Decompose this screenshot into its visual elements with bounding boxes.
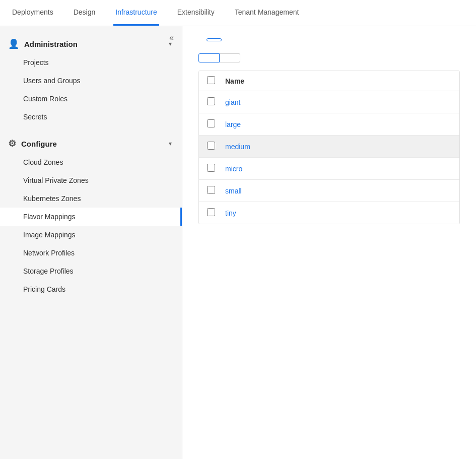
sidebar-section-administration: 👤Administration▾ProjectsUsers and Groups…: [0, 26, 182, 126]
row-name-giant[interactable]: giant: [225, 98, 451, 106]
sidebar-section-label-configure: Configure: [21, 140, 57, 148]
sidebar-item-flavor-mappings[interactable]: Flavor Mappings: [0, 208, 182, 226]
top-nav-item-tenant-management[interactable]: Tenant Management: [233, 0, 301, 26]
row-checkbox-3[interactable]: [207, 164, 215, 172]
top-nav-item-design[interactable]: Design: [72, 0, 98, 26]
row-checkbox-col-1: [207, 119, 225, 129]
user-icon: 👤: [8, 38, 19, 49]
table-row: tiny: [199, 202, 459, 224]
row-name-large[interactable]: large: [225, 120, 451, 128]
table-row: small: [199, 180, 459, 202]
row-checkbox-col-2: [207, 142, 225, 151]
table-row: medium: [199, 136, 459, 158]
top-nav-item-infrastructure[interactable]: Infrastructure: [113, 0, 159, 26]
sidebar-item-custom-roles[interactable]: Custom Roles: [0, 90, 182, 108]
top-nav-item-deployments[interactable]: Deployments: [10, 0, 55, 26]
sidebar-item-storage-profiles[interactable]: Storage Profiles: [0, 262, 182, 280]
row-checkbox-col-3: [207, 164, 225, 173]
row-checkbox-0[interactable]: [207, 97, 215, 105]
header-checkbox-col: [207, 76, 225, 86]
sidebar-section-header-administration[interactable]: 👤Administration▾: [0, 34, 182, 53]
row-checkbox-col-4: [207, 186, 225, 195]
sidebar-item-kubernetes-zones[interactable]: Kubernetes Zones: [0, 189, 182, 208]
row-name-tiny[interactable]: tiny: [225, 209, 451, 217]
gear-icon: ⚙: [8, 138, 16, 149]
row-checkbox-col-5: [207, 208, 225, 218]
sidebar-item-virtual-private-zones[interactable]: Virtual Private Zones: [0, 171, 182, 189]
row-name-micro[interactable]: micro: [225, 165, 451, 173]
sidebar-section-label-administration: Administration: [24, 40, 78, 48]
row-checkbox-col-0: [207, 97, 225, 107]
sidebar-section-title-configure: ⚙Configure: [8, 138, 57, 149]
table-row: micro: [199, 158, 459, 180]
table-row: large: [199, 113, 459, 136]
row-checkbox-4[interactable]: [207, 186, 215, 194]
collapse-button[interactable]: «: [167, 31, 176, 44]
sidebar-section-title-administration: 👤Administration: [8, 38, 78, 49]
delete-button[interactable]: [220, 53, 240, 62]
table-header: Name: [199, 71, 459, 91]
sidebar-item-secrets[interactable]: Secrets: [0, 108, 182, 126]
new-flavor-mapping-button[interactable]: [198, 53, 220, 62]
row-checkbox-5[interactable]: [207, 208, 215, 216]
app-layout: « 👤Administration▾ProjectsUsers and Grou…: [0, 26, 476, 459]
sidebar: « 👤Administration▾ProjectsUsers and Grou…: [0, 26, 182, 459]
sidebar-item-network-profiles[interactable]: Network Profiles: [0, 244, 182, 262]
sidebar-item-image-mappings[interactable]: Image Mappings: [0, 226, 182, 244]
row-name-medium[interactable]: medium: [225, 143, 451, 151]
row-checkbox-1[interactable]: [207, 119, 215, 127]
main-content: Name giantlargemediummicrosmalltiny: [182, 26, 476, 459]
sidebar-section-header-configure[interactable]: ⚙Configure▾: [0, 134, 182, 153]
sidebar-item-users-and-groups[interactable]: Users and Groups: [0, 72, 182, 90]
table-row: giant: [199, 91, 459, 113]
row-name-small[interactable]: small: [225, 187, 451, 195]
toolbar: [198, 53, 460, 62]
flavor-mappings-table: Name giantlargemediummicrosmalltiny: [198, 71, 460, 224]
sidebar-item-pricing-cards[interactable]: Pricing Cards: [0, 280, 182, 298]
page-header: [198, 38, 460, 41]
name-column-header: Name: [225, 77, 451, 85]
top-nav-item-extensibility[interactable]: Extensibility: [175, 0, 217, 26]
sidebar-item-cloud-zones[interactable]: Cloud Zones: [0, 153, 182, 171]
row-checkbox-2[interactable]: [207, 142, 215, 150]
sidebar-section-configure: ⚙Configure▾Cloud ZonesVirtual Private Zo…: [0, 126, 182, 298]
items-badge: [207, 38, 222, 41]
chevron-down-icon-configure: ▾: [169, 140, 172, 147]
top-nav: DeploymentsDesignInfrastructureExtensibi…: [0, 0, 476, 26]
select-all-checkbox[interactable]: [207, 76, 215, 84]
sidebar-item-projects[interactable]: Projects: [0, 53, 182, 72]
